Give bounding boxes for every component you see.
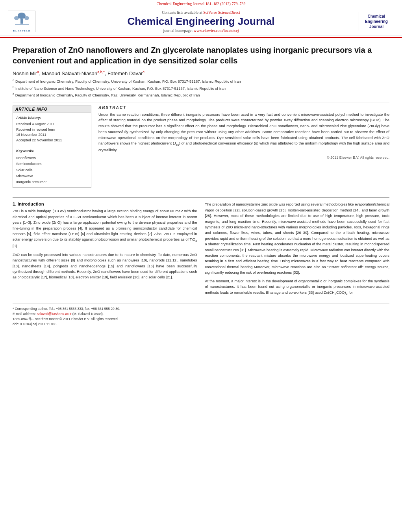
email-footnote: E-mail address: salavati@kashanu.ac.ir (… bbox=[13, 311, 389, 317]
keywords-label: Keywords: bbox=[16, 148, 88, 154]
intro-right-para-2: At the moment, a major interest is in th… bbox=[205, 278, 390, 297]
footnote-section: * Corresponding author. Tel.: +98 361 55… bbox=[13, 304, 389, 326]
received-date: Received 4 August 2011 bbox=[16, 122, 88, 127]
keyword-inorganic-precursor: Inorganic precursor bbox=[16, 179, 88, 185]
journal-homepage: journal homepage: www.elsevier.com/locat… bbox=[47, 28, 355, 33]
info-abstract-section: ARTICLE INFO Article history: Received 4… bbox=[13, 106, 389, 192]
affiliation-block: a Department of Inorganic Chemistry, Fac… bbox=[13, 78, 389, 102]
article-info-header: ARTICLE INFO bbox=[13, 106, 91, 113]
intro-right-para-1: The preparation of nanocrystalline zinc … bbox=[205, 202, 390, 275]
svg-rect-2 bbox=[20, 19, 23, 24]
intro-heading: 1. Introduction bbox=[13, 202, 197, 206]
intro-two-col: 1. Introduction ZnO is a wide bandgap (3… bbox=[13, 202, 389, 299]
keyword-solar-cells: Solar cells bbox=[16, 167, 88, 173]
svg-point-4 bbox=[24, 16, 29, 20]
header-main: ELSEVIER Contents lists available at Sci… bbox=[0, 7, 402, 35]
sciverse-link: Contents lists available at SciVerse Sci… bbox=[47, 10, 355, 15]
header-center: Contents lists available at SciVerse Sci… bbox=[47, 10, 355, 33]
affiliation-c: c Department of Inorganic Chemistry, Fac… bbox=[13, 92, 389, 98]
keyword-nanoflowers: Nanoflowers bbox=[16, 155, 88, 161]
authors: Noshin Mira, Masoud Salavati-Niasaria,b,… bbox=[13, 70, 389, 76]
svg-point-1 bbox=[18, 13, 26, 19]
intro-left: 1. Introduction ZnO is a wide bandgap (3… bbox=[13, 202, 197, 299]
doi-footnote: doi:10.1016/j.cej.2011.11.085 bbox=[13, 322, 389, 327]
abstract-which-word: which bbox=[259, 141, 269, 145]
copyright: © 2011 Elsevier B.V. All rights reserved… bbox=[98, 156, 389, 159]
journal-name-box: ChemicalEngineeringJournal bbox=[359, 12, 394, 31]
elsevier-wordmark: ELSEVIER bbox=[13, 29, 30, 32]
journal-homepage-link[interactable]: www.elsevier.com/locate/cej bbox=[194, 28, 239, 33]
sciverse-anchor[interactable]: SciVerse ScienceDirect bbox=[203, 10, 240, 15]
page: Chemical Engineering Journal 181–182 (20… bbox=[0, 0, 402, 532]
revised-date: Received in revised form16 November 2011 bbox=[16, 127, 88, 138]
article-content: Preparation of ZnO nanoflowers and Zn gl… bbox=[0, 38, 402, 334]
affiliation-b: b Institute of Nano Science and Nano Tec… bbox=[13, 85, 389, 91]
abstract-col: ABSTRACT Under the same reaction conditi… bbox=[98, 106, 389, 192]
abstract-header: ABSTRACT bbox=[98, 106, 389, 110]
intro-para-1: ZnO is a wide bandgap (3.3 eV) semicondu… bbox=[13, 208, 197, 249]
email-link[interactable]: salavati@kashanu.ac.ir bbox=[37, 312, 71, 316]
intro-para-2: ZnO can be easily processed into various… bbox=[13, 252, 197, 280]
elsevier-tree-icon bbox=[11, 11, 33, 28]
svg-point-3 bbox=[14, 16, 19, 20]
elsevier-emblem: ELSEVIER bbox=[8, 11, 35, 32]
svg-rect-5 bbox=[15, 24, 29, 25]
elsevier-logo: ELSEVIER bbox=[8, 11, 43, 32]
journal-header: Chemical Engineering Journal 181–182 (20… bbox=[0, 0, 402, 38]
intro-right: The preparation of nanocrystalline zinc … bbox=[205, 202, 390, 299]
accepted-date: Accepted 22 November 2011 bbox=[16, 138, 88, 143]
article-info-col: ARTICLE INFO Article history: Received 4… bbox=[13, 106, 91, 192]
keyword-microwave: Microwave bbox=[16, 173, 88, 179]
keyword-semiconductors: Semiconductors bbox=[16, 161, 88, 167]
issn-footnote: 1385-8947/$ – see front matter © 2011 El… bbox=[13, 317, 389, 322]
article-info-content: Article history: Received 4 August 2011 … bbox=[13, 113, 91, 188]
history-label: Article history: bbox=[16, 115, 88, 121]
header-right-box: ChemicalEngineeringJournal bbox=[359, 12, 394, 31]
affiliation-a: a Department of Inorganic Chemistry, Fac… bbox=[13, 78, 389, 84]
journal-title: Chemical Engineering Journal bbox=[47, 15, 355, 28]
intro-section: 1. Introduction ZnO is a wide bandgap (3… bbox=[13, 197, 389, 299]
corresponding-footnote: * Corresponding author. Tel.: +98 361 55… bbox=[13, 306, 389, 311]
article-title: Preparation of ZnO nanoflowers and Zn gl… bbox=[13, 45, 389, 66]
article-info-box: ARTICLE INFO Article history: Received 4… bbox=[13, 106, 91, 188]
abstract-text: Under the same reaction conditions, thre… bbox=[98, 112, 389, 153]
journal-volume-info: Chemical Engineering Journal 181–182 (20… bbox=[157, 2, 246, 6]
journal-top-bar: Chemical Engineering Journal 181–182 (20… bbox=[0, 0, 402, 7]
